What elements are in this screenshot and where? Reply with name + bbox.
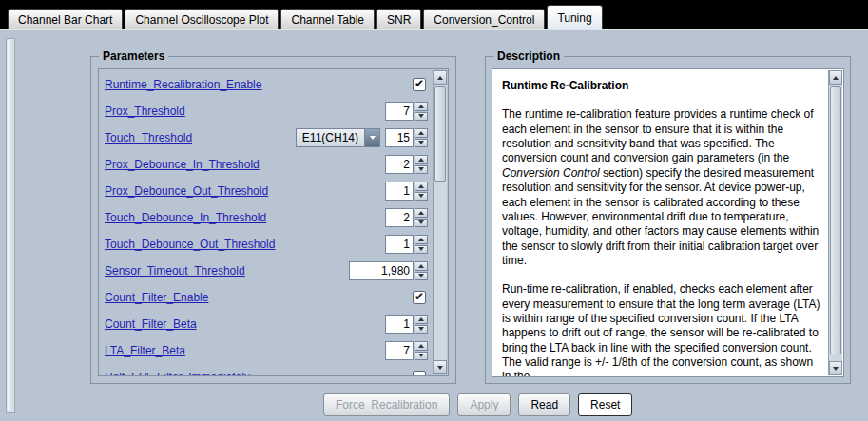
scroll-down-button[interactable] (829, 361, 842, 375)
up-arrow-icon (418, 158, 424, 162)
touch-threshold-value[interactable]: 15 (385, 128, 414, 147)
description-vertical-scrollbar[interactable] (828, 70, 842, 375)
prox-debounce-out-up-button[interactable] (415, 182, 428, 191)
parameters-group-title: Parameters (99, 49, 168, 63)
tab-tuning[interactable]: Tuning (547, 5, 602, 29)
force-recalibration-button[interactable]: Force_Recalibration (323, 393, 450, 416)
scroll-down-button[interactable] (434, 360, 447, 374)
prox-debounce-in-up-button[interactable] (415, 155, 428, 164)
touch-threshold-channel-combo[interactable]: E11(CH14) (296, 128, 380, 147)
param-row-touch-threshold: Touch_Threshold E11(CH14) 15 (105, 127, 428, 148)
param-link-sensor-timeout-threshold[interactable]: Sensor_Timeout_Threshold (105, 264, 245, 277)
prox-debounce-out-value[interactable]: 1 (385, 182, 414, 201)
tab-snr[interactable]: SNR (376, 9, 421, 29)
read-button[interactable]: Read (518, 393, 570, 416)
touch-debounce-out-spinner: 1 (385, 235, 428, 254)
down-arrow-icon (418, 354, 424, 357)
lta-filter-beta-value[interactable]: 7 (385, 341, 414, 360)
touch-debounce-out-down-button[interactable] (415, 245, 428, 255)
up-arrow-icon (418, 238, 424, 241)
tab-label: Tuning (557, 11, 591, 25)
down-arrow-icon (418, 247, 424, 251)
tab-label: Channel Bar Chart (18, 13, 112, 27)
param-link-halt-lta-filter-immediately[interactable]: Halt_LTA_Filter_Immediately (105, 371, 250, 376)
touch-debounce-in-value[interactable]: 2 (385, 208, 414, 227)
touch-debounce-in-down-button[interactable] (415, 219, 428, 228)
halt-lta-filter-checkbox[interactable] (413, 371, 426, 376)
up-arrow-icon (418, 344, 424, 348)
sensor-timeout-up-button[interactable] (415, 261, 428, 271)
scrollbar-thumb[interactable] (434, 86, 446, 182)
param-link-prox-debounce-out-threshold[interactable]: Prox_Debounce_Out_Threshold (105, 184, 268, 198)
count-filter-beta-down-button[interactable] (415, 325, 428, 335)
sensor-timeout-value[interactable]: 1,980 (349, 261, 414, 280)
tab-channel-bar-chart[interactable]: Channel Bar Chart (8, 9, 123, 29)
param-row-runtime-recalibration-enable: Runtime_Recalibration_Enable (105, 74, 428, 95)
prox-threshold-up-button[interactable] (415, 102, 428, 111)
down-arrow-icon (418, 220, 424, 224)
prox-debounce-out-down-button[interactable] (415, 192, 428, 201)
down-arrow-icon (833, 367, 839, 371)
down-arrow-icon (418, 114, 424, 118)
description-scrollpane: Runtime Re-Calibration The runtime re-ca… (492, 68, 844, 377)
lta-filter-beta-down-button[interactable] (415, 352, 428, 361)
prox-debounce-in-down-button[interactable] (415, 165, 428, 175)
down-arrow-icon (418, 194, 424, 198)
count-filter-beta-up-button[interactable] (415, 315, 428, 324)
param-row-prox-debounce-in-threshold: Prox_Debounce_In_Threshold 2 (105, 154, 428, 175)
combo-dropdown-button[interactable] (364, 129, 379, 146)
down-arrow-icon (370, 136, 376, 140)
parameters-vertical-scrollbar[interactable] (433, 70, 447, 374)
up-arrow-icon (418, 317, 424, 321)
param-link-count-filter-enable[interactable]: Count_Filter_Enable (105, 291, 208, 304)
count-filter-beta-value[interactable]: 1 (385, 315, 414, 334)
tab-label: SNR (387, 13, 411, 27)
description-text: Runtime Re-Calibration The runtime re-ca… (502, 79, 820, 376)
scrollbar-thumb[interactable] (8, 40, 13, 411)
up-arrow-icon (418, 211, 424, 215)
prox-debounce-out-spinner: 1 (385, 182, 428, 201)
count-filter-beta-spinner: 1 (385, 315, 428, 334)
scroll-up-button[interactable] (829, 70, 842, 85)
touch-threshold-down-button[interactable] (415, 139, 428, 148)
param-link-touch-debounce-in-threshold[interactable]: Touch_Debounce_In_Threshold (105, 211, 266, 224)
down-arrow-icon (418, 167, 424, 171)
parameters-rows: Runtime_Recalibration_Enable Prox_Thresh… (105, 74, 428, 375)
param-row-prox-threshold: Prox_Threshold 7 (105, 101, 428, 122)
runtime-recalibration-enable-checkbox[interactable] (413, 78, 426, 91)
tab-label: Conversion_Control (434, 13, 534, 27)
sensor-timeout-down-button[interactable] (415, 272, 428, 281)
param-link-touch-threshold[interactable]: Touch_Threshold (105, 131, 192, 144)
tuning-panel: Parameters Runtime_Recalibration_Enable … (0, 29, 868, 421)
apply-button[interactable]: Apply (457, 393, 511, 416)
description-paragraph-1: The runtime re-calibration feature provi… (502, 107, 820, 268)
left-vertical-scrollbar[interactable] (6, 38, 15, 413)
lta-filter-beta-up-button[interactable] (415, 341, 428, 351)
touch-debounce-out-up-button[interactable] (415, 235, 428, 244)
touch-threshold-spinner: 15 (385, 128, 428, 147)
parameters-group: Parameters Runtime_Recalibration_Enable … (90, 56, 456, 384)
tab-label: Channel Oscilloscope Plot (135, 13, 268, 27)
tab-conversion-control[interactable]: Conversion_Control (423, 9, 545, 29)
scrollbar-thumb[interactable] (830, 86, 841, 354)
param-row-halt-lta-filter-immediately: Halt_LTA_Filter_Immediately (105, 367, 428, 376)
param-link-prox-threshold[interactable]: Prox_Threshold (105, 105, 185, 118)
param-link-prox-debounce-in-threshold[interactable]: Prox_Debounce_In_Threshold (105, 158, 260, 171)
param-link-touch-debounce-out-threshold[interactable]: Touch_Debounce_Out_Threshold (105, 238, 275, 251)
prox-threshold-value[interactable]: 7 (385, 102, 414, 121)
touch-threshold-up-button[interactable] (415, 128, 428, 138)
touch-debounce-in-up-button[interactable] (415, 208, 428, 218)
scroll-up-button[interactable] (434, 70, 447, 85)
touch-debounce-out-value[interactable]: 1 (385, 235, 414, 254)
param-link-count-filter-beta[interactable]: Count_Filter_Beta (105, 317, 197, 331)
reset-button[interactable]: Reset (578, 393, 632, 416)
prox-debounce-in-value[interactable]: 2 (385, 155, 414, 174)
param-link-runtime-recalibration-enable[interactable]: Runtime_Recalibration_Enable (105, 78, 261, 91)
prox-threshold-down-button[interactable] (415, 112, 428, 122)
tab-channel-table[interactable]: Channel Table (280, 9, 375, 29)
description-paragraph-2: Run-time re-calibration, if enabled, che… (502, 282, 820, 376)
param-link-lta-filter-beta[interactable]: LTA_Filter_Beta (105, 344, 185, 357)
count-filter-enable-checkbox[interactable] (413, 291, 426, 304)
down-arrow-icon (418, 274, 424, 277)
tab-channel-oscilloscope-plot[interactable]: Channel Oscilloscope Plot (125, 9, 279, 29)
